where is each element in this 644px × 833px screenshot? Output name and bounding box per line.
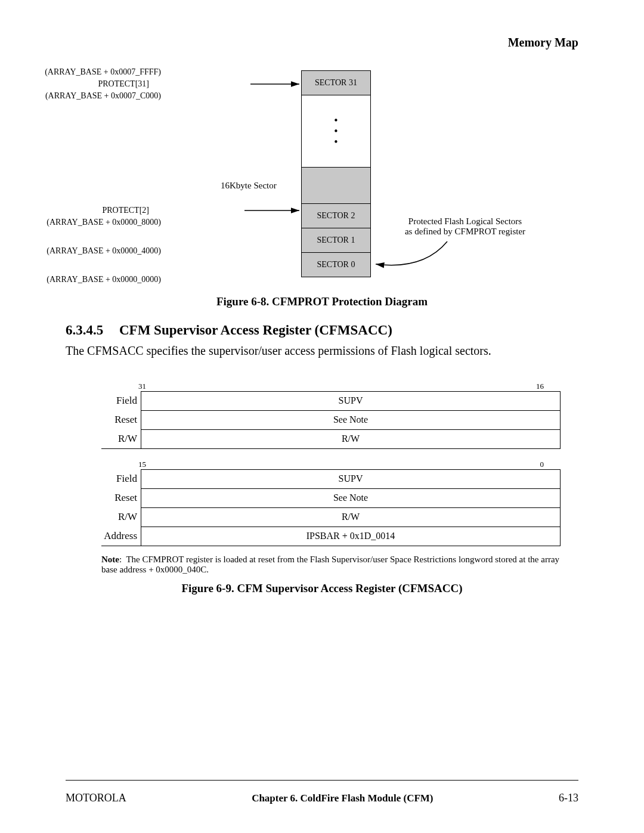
row-field-lo: Field SUPV: [101, 469, 561, 488]
section-title: CFM Supervisor Access Register (CFMSACC): [119, 323, 392, 337]
bit-31: 31: [138, 382, 146, 391]
cell-seenote-hi: See Note: [141, 410, 561, 429]
bit-0: 0: [540, 460, 544, 469]
section-number: 6.3.4.5: [66, 323, 117, 338]
reg-spacer: [101, 449, 561, 460]
register-note: Note: The CFMPROT register is loaded at …: [101, 555, 566, 575]
footer-center: Chapter 6. ColdFire Flash Module (CFM): [252, 792, 433, 804]
sector-0: SECTOR 0: [302, 253, 370, 277]
annot-line1: Protected Flash Logical Sectors: [388, 216, 543, 227]
label-field-lo: Field: [101, 469, 141, 488]
bit-15: 15: [138, 460, 146, 469]
sector-31: SECTOR 31: [302, 71, 370, 95]
dot-icon: •: [334, 115, 338, 126]
sector-stack: SECTOR 31 • • • SECTOR 2 SECTOR 1 SECTOR…: [301, 70, 371, 277]
fig9-caption: Figure 6-9. CFM Supervisor Access Regist…: [66, 582, 578, 595]
label-rw-lo: R/W: [101, 507, 141, 527]
row-rw-hi: R/W R/W: [101, 429, 561, 449]
bitbar-high: 31 16: [137, 382, 545, 391]
sector-1: SECTOR 1: [302, 228, 370, 253]
row-rw-lo: R/W R/W: [101, 507, 561, 527]
section-body: The CFMSACC specifies the supervisor/use…: [66, 344, 578, 358]
bitbar-low: 15 0: [137, 460, 545, 469]
label-rw: R/W: [101, 429, 141, 449]
label-reset-lo: Reset: [101, 488, 141, 507]
dot-icon: •: [334, 126, 338, 137]
page-header: Memory Map: [66, 36, 578, 49]
footer-right: 6-13: [559, 792, 578, 804]
fig8-caption: Figure 6-8. CFMPROT Protection Diagram: [66, 295, 578, 308]
label-field: Field: [101, 391, 141, 410]
cell-address: IPSBAR + 0x1D_0014: [141, 527, 561, 546]
label-reset: Reset: [101, 410, 141, 429]
row-address: Address IPSBAR + 0x1D_0014: [101, 527, 561, 546]
note-text: The CFMPROT register is loaded at reset …: [101, 555, 559, 574]
cell-supv-hi: SUPV: [141, 391, 561, 410]
addr-top-label: (ARRAY_BASE + 0x0007_FFFF): [0, 67, 161, 77]
register-figure: 31 16 Field SUPV Reset See Note R/W R/W …: [101, 382, 561, 546]
protected-annotation: Protected Flash Logical Sectors as defin…: [388, 216, 543, 237]
addr-c000-label: (ARRAY_BASE + 0x0007_C000): [0, 91, 161, 101]
addr-0000-label: (ARRAY_BASE + 0x0000_0000): [0, 275, 161, 284]
dot-icon: •: [334, 137, 338, 147]
sector-2: SECTOR 2: [302, 204, 370, 228]
page-footer: MOTOROLA Chapter 6. ColdFire Flash Modul…: [66, 792, 578, 804]
footer-left: MOTOROLA: [66, 792, 126, 804]
note-prefix: Note: [101, 555, 119, 564]
cell-rw-hi: R/W: [141, 429, 561, 449]
cell-seenote-lo: See Note: [141, 488, 561, 507]
bit-16: 16: [536, 382, 544, 391]
addr-8000-label: (ARRAY_BASE + 0x0000_8000): [0, 218, 161, 227]
page: Memory Map SECTOR 31 • • • SECTOR 2 SECT…: [0, 0, 644, 833]
protect31-label: PROTECT[31]: [0, 79, 149, 89]
section-heading: 6.3.4.5 CFM Supervisor Access Register (…: [66, 323, 578, 338]
sector-gap: • • •: [302, 95, 370, 168]
addr-4000-label: (ARRAY_BASE + 0x0000_4000): [0, 246, 161, 256]
protect2-label: PROTECT[2]: [0, 206, 149, 215]
annot-line2: as defined by CFMPROT register: [388, 227, 543, 237]
sector16k-label: 16Kbyte Sector: [221, 181, 277, 191]
row-reset-lo: Reset See Note: [101, 488, 561, 507]
cell-supv-lo: SUPV: [141, 469, 561, 488]
cell-rw-lo: R/W: [141, 507, 561, 527]
footer-rule: [66, 780, 578, 781]
label-address: Address: [101, 527, 141, 546]
fig8-diagram: SECTOR 31 • • • SECTOR 2 SECTOR 1 SECTOR…: [66, 67, 578, 288]
row-field-hi: Field SUPV: [101, 391, 561, 410]
row-reset-hi: Reset See Note: [101, 410, 561, 429]
sector-16k: [302, 168, 370, 204]
